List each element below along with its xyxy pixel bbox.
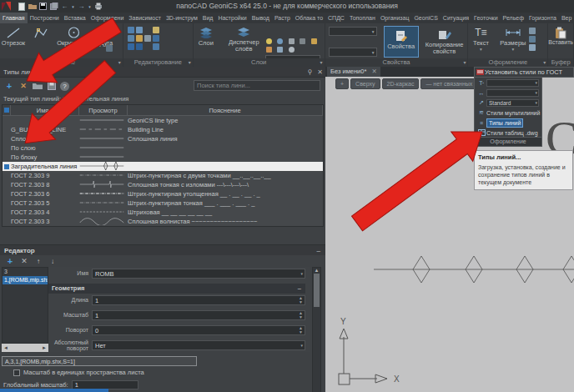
rectangle-icon[interactable] (106, 30, 113, 37)
segment-list-item[interactable]: 1,[ROMB,mip.shx, (3, 276, 48, 284)
ribbon-tab[interactable]: Оформлени (88, 13, 127, 23)
leader-style-combo[interactable]: Standard▾ (486, 99, 539, 107)
redo-icon[interactable]: → (77, 2, 86, 11)
circle-tool[interactable]: Окружность (56, 23, 93, 47)
ribbon-tab[interactable]: Вывод (249, 13, 272, 23)
layer-lock-icon[interactable] (289, 38, 295, 44)
linetype-row[interactable]: По блоку (3, 153, 323, 162)
menu-row-text-style[interactable]: T▪ ▾ (475, 78, 541, 88)
dimensions-tool[interactable]: Размеры ▾ (497, 23, 529, 52)
mirror-icon[interactable] (144, 27, 151, 33)
text-tool[interactable]: T≡ Текст ▾ (468, 23, 493, 52)
layer-freeze-icon[interactable] (277, 38, 283, 44)
menu-item-table-styles[interactable]: Стили таблиц .dwg (475, 128, 541, 138)
ribbon-tab[interactable]: Вид (200, 13, 216, 23)
table-icon[interactable] (529, 44, 536, 51)
help-icon[interactable]: ? (60, 82, 69, 91)
delete-segment-icon[interactable]: ✕ (18, 255, 30, 267)
layers-tool[interactable]: Слои (194, 23, 219, 47)
horizontal-scrollbar[interactable]: ◄► (2, 344, 48, 352)
ribbon-tab[interactable]: Организац (378, 13, 412, 23)
close-tab-icon[interactable]: ✕ (371, 68, 376, 75)
undo-icon[interactable]: ← (60, 2, 69, 11)
linetype-definition-field[interactable]: A,3,1,[ROMB,mip.shx,S=1] (2, 356, 197, 366)
fillet-icon[interactable] (153, 35, 159, 42)
undo-dropdown-icon[interactable]: ▾ (71, 2, 75, 11)
color-combo[interactable]: ▾ (329, 27, 377, 36)
properties-button[interactable]: Свойства (384, 26, 419, 58)
ribbon-tab[interactable]: Настройки (215, 13, 249, 23)
ribbon-tab[interactable]: Топоплан (347, 13, 378, 23)
document-tab[interactable]: Без имени0*✕ (327, 67, 380, 77)
add-segment-icon[interactable]: + (4, 255, 16, 267)
ribbon-tab[interactable]: Ситуация (441, 13, 471, 23)
redo-dropdown-icon[interactable]: ▾ (88, 2, 92, 11)
load-linetype-folder-icon[interactable] (32, 80, 43, 92)
add-linetype-icon[interactable]: + (3, 80, 15, 92)
copy-icon[interactable] (128, 35, 134, 42)
layer-eye-icon[interactable] (289, 47, 295, 53)
delete-linetype-icon[interactable]: ✕ (18, 80, 29, 92)
ribbon-tab[interactable]: Геоточки (471, 13, 500, 23)
linetype-row[interactable]: ГОСТ 2.303 3Сплошная волнистая ~~~~~~~~~… (3, 217, 323, 226)
ribbon-tab[interactable]: Горизонта (526, 13, 559, 23)
layer-on-icon[interactable] (266, 38, 272, 44)
ribbon-tab[interactable]: Построени (28, 13, 62, 23)
scale-icon[interactable] (136, 35, 143, 42)
offset-icon[interactable] (136, 43, 143, 50)
save-as-icon[interactable] (49, 2, 58, 11)
search-input[interactable] (194, 80, 320, 91)
ribbon-tab[interactable]: Вер (559, 13, 574, 23)
ribbon-tab[interactable]: Рельеф (501, 13, 526, 23)
ribbon-tab[interactable]: GeoniCS (411, 13, 440, 23)
layer-match-icon[interactable] (277, 47, 283, 53)
menu-item-linetypes[interactable]: ≡ Типы линий (475, 118, 541, 128)
field-input[interactable]: 1▲▼ (92, 310, 305, 320)
move-icon[interactable] (128, 27, 134, 33)
field-input[interactable]: Нет▾ (92, 340, 305, 350)
ribbon-tab[interactable]: Растр (272, 13, 293, 23)
menu-row-dim-style[interactable]: ↔ ▾ (475, 88, 541, 98)
ellipse-icon[interactable] (106, 45, 113, 52)
text-style-combo[interactable]: ▾ (486, 79, 539, 87)
layer-isolate-icon[interactable] (311, 38, 317, 44)
explode-icon[interactable] (153, 43, 159, 50)
stretch-icon[interactable] (128, 43, 134, 50)
column-name[interactable]: Имя ▾ (11, 105, 79, 115)
geometry-section-header[interactable]: Геометрия– (48, 284, 305, 294)
array-icon[interactable] (144, 43, 151, 50)
ribbon-tab[interactable]: Зависимост (126, 13, 164, 23)
segment-list-item[interactable]: 3 (3, 268, 48, 276)
linetype-row[interactable]: ГОСТ 2.303 5Штрих-пунктирная тонкая ___ … (3, 199, 323, 208)
line-tool[interactable]: Отрезок (0, 23, 27, 47)
ribbon-tab[interactable]: Главная (0, 13, 28, 23)
linetype-row[interactable]: ГОСТ 2.303 4Штриховая __ __ __ __ __ __ (3, 208, 323, 217)
move-up-icon[interactable]: ↑ (33, 255, 44, 267)
linetype-row[interactable]: Заградительная линия (3, 162, 323, 171)
trim-icon[interactable] (144, 35, 151, 42)
copy-properties-button[interactable]: Копирование свойств (422, 26, 467, 55)
menu-item-gost-styles[interactable]: Установить стили по ГОСТ (474, 67, 574, 78)
linetype-row[interactable]: ГОСТ 2.303 9Штрих-пунктирная с двумя точ… (3, 171, 323, 180)
vertical-scrollbar[interactable]: ▲ ▼ (312, 267, 321, 392)
erase-icon[interactable] (153, 27, 159, 33)
menu-row-leader-style[interactable]: ↗ Standard▾ (475, 98, 541, 108)
rotate-icon[interactable] (136, 27, 143, 33)
linetype-row[interactable]: GeoniCS line type (3, 116, 323, 125)
layer-walk-icon[interactable] (266, 47, 272, 53)
move-down-icon[interactable]: ↓ (47, 255, 58, 267)
ribbon-tab[interactable]: Вставка (62, 13, 88, 23)
polyline-tool[interactable] (30, 23, 52, 47)
linetype-row[interactable]: ГОСТ 2.303 8Сплошная тонкая с изломами -… (3, 180, 323, 189)
multileader-icon[interactable] (529, 36, 536, 43)
new-file-icon[interactable] (17, 2, 26, 11)
linetype-row[interactable]: G_BUILDING_LINEBuilding Line (3, 125, 323, 134)
column-description[interactable]: Пояснение (128, 105, 323, 115)
field-input[interactable]: 1▲▼ (92, 295, 305, 305)
save-linetype-icon[interactable] (46, 80, 58, 92)
close-panel-icon[interactable]: ✕ (317, 68, 323, 76)
print-icon[interactable] (93, 2, 103, 11)
linetype-row[interactable]: ГОСТ 2.303 6Штрих-пунктирная утолщенная … (3, 189, 323, 199)
save-icon[interactable] (38, 2, 48, 11)
leader-icon[interactable] (529, 28, 536, 34)
